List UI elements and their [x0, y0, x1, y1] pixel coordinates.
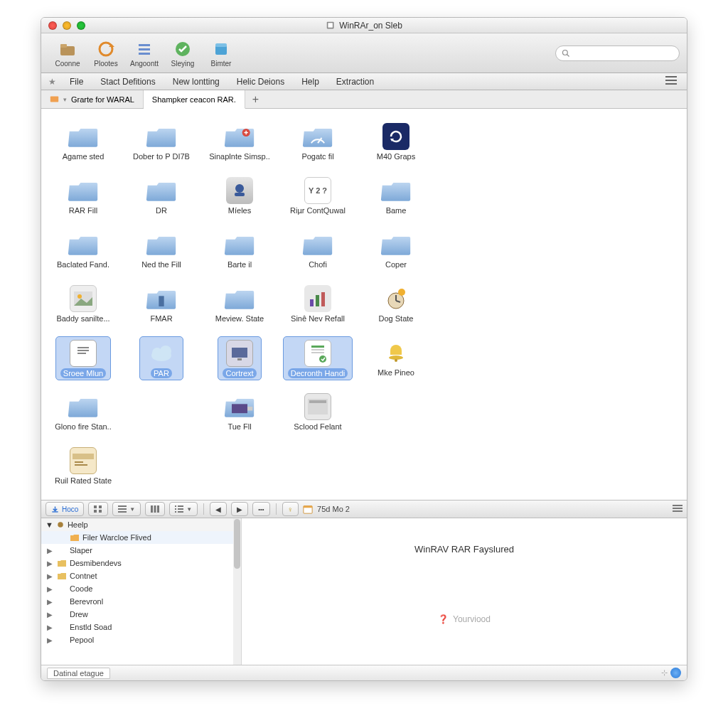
file-item[interactable]: Meview. State [200, 281, 279, 335]
file-item[interactable]: Tue Fll [200, 389, 279, 443]
file-icon [223, 392, 257, 422]
info-button[interactable]: ♀ [282, 502, 299, 516]
tree-item[interactable]: ▶Desmibendevs [41, 557, 241, 569]
file-item[interactable]: Sclood Felant [279, 389, 357, 443]
file-item[interactable]: Glono fire Stan.. [44, 389, 122, 443]
file-item[interactable]: Barte il [200, 227, 279, 281]
file-item[interactable]: Decronth Handi [279, 335, 357, 389]
view-list-button[interactable]: ▼ [112, 502, 141, 516]
nav-fwd-button[interactable]: ▶ [231, 502, 248, 516]
file-item[interactable]: FMAR [122, 281, 200, 335]
file-item[interactable]: Sinê Nev Refall [279, 281, 357, 335]
nav-misc-button[interactable]: ••• [252, 502, 269, 516]
file-item[interactable]: Pogatc fil [279, 119, 357, 173]
favorites-button[interactable]: ★ [46, 77, 59, 87]
menu-new[interactable]: New lontting [166, 75, 226, 88]
search-input[interactable] [570, 49, 673, 58]
tree-item[interactable]: ▶Pepool [41, 633, 241, 646]
scrollbar-thumb[interactable] [234, 519, 240, 569]
file-item[interactable]: Mke Pineo [357, 335, 435, 389]
tree-item[interactable]: ▶Contnet [41, 569, 241, 582]
svg-rect-42 [237, 358, 242, 360]
file-item[interactable]: Sinaplnte Simsp.. [200, 119, 279, 173]
svg-rect-77 [673, 508, 682, 509]
gear-icon [56, 520, 65, 529]
tree-item[interactable]: Filer Warcloe Flived [41, 531, 241, 544]
file-item[interactable]: Ned the Fill [122, 227, 200, 281]
file-item[interactable]: Chofi [279, 227, 357, 281]
hamburger-button[interactable] [660, 76, 682, 87]
nav-back-button[interactable]: ◀ [210, 502, 227, 516]
file-item[interactable]: Y 2 ?Riµr ContQuwal [279, 173, 357, 227]
file-icon [223, 176, 257, 205]
minimize-window-button[interactable] [63, 21, 71, 30]
file-item[interactable]: Baclated Fand. [44, 227, 122, 281]
toolbar-btn-3[interactable]: Sleying [164, 38, 202, 68]
svg-rect-57 [52, 511, 58, 512]
view-columns-button[interactable] [145, 502, 165, 516]
status-tab[interactable]: Datinal etague [47, 668, 110, 679]
menu-extraction[interactable]: Extraction [330, 75, 380, 88]
view-icons-button[interactable] [88, 502, 108, 516]
file-item[interactable]: Sroee Mlun [44, 335, 122, 389]
tree-item-label: Drew [70, 610, 88, 619]
file-item[interactable]: Cortrext [200, 335, 279, 389]
disclosure-right-icon: ▶ [47, 572, 54, 580]
file-label: Riµr ContQuwal [287, 205, 348, 215]
svg-rect-35 [77, 347, 89, 348]
toolbar-btn-0[interactable]: Coonne [48, 38, 87, 68]
svg-point-33 [398, 289, 405, 296]
file-label: Sinê Nev Refall [288, 314, 348, 323]
svg-rect-3 [60, 44, 67, 48]
svg-rect-73 [178, 511, 183, 513]
file-item[interactable]: DR [122, 173, 200, 227]
tree-item[interactable]: ▶Berevronl [41, 595, 241, 608]
tab-0[interactable]: ▾ Grarte for WARAL [41, 90, 144, 108]
tab-1[interactable]: Shampker ceacon RAR. [144, 90, 245, 109]
preview-panel: WinRAV RAR Fayslured ❓ Yourviood [242, 518, 687, 665]
toolbar-label: Coonne [55, 60, 80, 68]
file-item[interactable]: Ruil Rated State [44, 443, 122, 497]
tree-item-label: Desmibendevs [70, 559, 122, 567]
disclosure-right-icon: ▶ [47, 623, 54, 631]
file-item[interactable]: Coper [357, 227, 435, 281]
zoom-window-button[interactable] [77, 21, 85, 30]
tree-item-icon [57, 635, 67, 645]
help-button[interactable] [670, 668, 681, 678]
menu-help[interactable]: Help [295, 75, 326, 88]
tree-item[interactable]: ▶Coode [41, 582, 241, 595]
close-window-button[interactable] [48, 21, 57, 30]
svg-rect-36 [77, 350, 89, 351]
tree-scrollbar[interactable] [233, 518, 241, 665]
menu-file[interactable]: File [63, 75, 90, 88]
toolbar-btn-1[interactable]: Plootes [87, 38, 125, 68]
tree-item[interactable]: ▶Drew [41, 608, 241, 621]
menu-stact[interactable]: Stact Defitions [94, 75, 161, 88]
home-button[interactable]: Hoco [46, 502, 84, 516]
file-item[interactable]: RAR Fill [44, 173, 122, 227]
file-icon [66, 338, 100, 368]
tree-item[interactable]: ▶Enstld Soad [41, 621, 241, 633]
file-item[interactable]: M40 Graps [357, 119, 435, 173]
menu-right-icon[interactable] [673, 505, 682, 513]
file-item[interactable]: Míeles [200, 173, 279, 227]
file-item[interactable]: PAR [122, 335, 200, 389]
svg-point-24 [77, 294, 82, 299]
tree-item[interactable]: ▶Slaper [41, 544, 241, 557]
toolbar-btn-2[interactable]: Angoontt [125, 38, 164, 68]
file-item[interactable]: Dog State [357, 281, 435, 335]
file-item[interactable]: Agame sted [44, 119, 122, 173]
file-item[interactable]: Dober to P DI7B [122, 119, 200, 173]
file-item[interactable]: Bame [357, 173, 435, 227]
view-detail-button[interactable]: ▼ [169, 502, 198, 516]
tree-item-icon [57, 558, 67, 568]
new-tab-button[interactable]: + [245, 90, 266, 108]
file-label: Dog State [376, 314, 417, 323]
file-item[interactable]: Baddy sanilte... [44, 281, 122, 335]
file-label: Baclated Fand. [54, 259, 112, 269]
toolbar-btn-4[interactable]: Bimter [202, 38, 240, 68]
tree-header[interactable]: ▼ Heelp [41, 518, 241, 531]
menu-helic[interactable]: Helic Deions [230, 75, 291, 88]
search-field[interactable] [555, 46, 680, 61]
file-label: DR [153, 205, 170, 215]
